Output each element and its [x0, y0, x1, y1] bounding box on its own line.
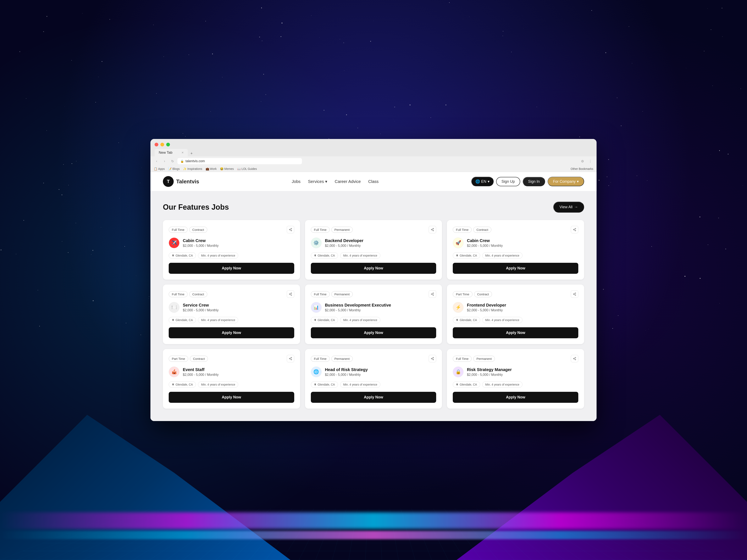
job-salary: $2,000 - 5,000 / Monthly: [325, 373, 368, 377]
job-location: Glendale, CA: [453, 317, 480, 323]
forward-button[interactable]: ›: [162, 158, 168, 164]
apply-now-button[interactable]: Apply Now: [453, 392, 578, 403]
job-experience: Min. 4 years of experience: [482, 317, 522, 323]
signup-button[interactable]: Sign Up: [496, 177, 520, 186]
apply-now-button[interactable]: Apply Now: [169, 392, 294, 403]
apply-now-button[interactable]: Apply Now: [453, 327, 578, 338]
signin-button[interactable]: Sign In: [523, 177, 545, 186]
svg-point-26: [573, 294, 574, 295]
share-button[interactable]: [287, 355, 294, 362]
inspirations-icon: ✨: [183, 167, 186, 170]
tags-left: Full Time Contract: [169, 291, 207, 297]
apply-now-button[interactable]: Apply Now: [311, 263, 436, 274]
nav-class[interactable]: Class: [368, 179, 379, 184]
share-button[interactable]: [429, 355, 436, 362]
back-button[interactable]: ‹: [154, 158, 160, 164]
main-content: Our Features Jobs View All → Full Time C…: [150, 191, 597, 421]
share-button[interactable]: [287, 226, 294, 233]
share-button[interactable]: [429, 226, 436, 233]
company-logo: 📊: [311, 302, 321, 313]
menu-button[interactable]: ⋮: [587, 158, 593, 164]
share-button[interactable]: [571, 226, 578, 233]
job-type-tag: Full Time: [169, 291, 187, 297]
bookmark-lol-guides[interactable]: 📖 LOL Guides: [237, 167, 257, 170]
job-info: 📊 Business Development Executive $2,000 …: [311, 302, 436, 313]
apply-now-button[interactable]: Apply Now: [169, 263, 294, 274]
share-button[interactable]: [287, 290, 294, 298]
job-contract-tag: Permanent: [331, 227, 353, 233]
share-button[interactable]: [571, 290, 578, 298]
lol-guides-icon: 📖: [237, 167, 241, 170]
svg-line-28: [574, 294, 575, 295]
job-experience: Min. 4 years of experience: [340, 381, 380, 388]
job-title: Service Crew: [183, 303, 219, 308]
company-logo: 🎪: [169, 367, 179, 377]
nav-services[interactable]: Services ▾: [308, 179, 327, 184]
view-all-button[interactable]: View All →: [553, 202, 584, 213]
close-tab-icon[interactable]: ×: [182, 151, 184, 155]
card-tags: Full Time Permanent: [311, 226, 436, 233]
glow-lines-1: [0, 512, 747, 529]
section-header: Our Features Jobs View All →: [163, 202, 584, 213]
close-button[interactable]: [155, 143, 158, 146]
job-meta: Glendale, CA Min. 4 years of experience: [453, 252, 578, 259]
job-title: Risk Strategy Manager: [467, 367, 512, 372]
job-meta: Glendale, CA Min. 4 years of experience: [169, 252, 294, 259]
card-tags: Full Time Permanent: [311, 355, 436, 362]
company-logo: 🌐: [311, 367, 321, 377]
extensions-button[interactable]: ⚙: [579, 158, 585, 164]
job-type-tag: Full Time: [453, 356, 472, 362]
apply-now-button[interactable]: Apply Now: [453, 263, 578, 274]
job-salary: $2,000 - 5,000 / Monthly: [467, 309, 506, 312]
work-label: Work: [210, 167, 216, 170]
job-contract-tag: Contract: [474, 291, 492, 297]
maximize-button[interactable]: [166, 143, 170, 146]
chevron-down-icon: ▾: [325, 179, 327, 184]
language-selector[interactable]: 🌐 EN ▾: [471, 177, 494, 186]
share-button[interactable]: [571, 355, 578, 362]
bookmark-apps[interactable]: 📋 Apps: [154, 167, 165, 170]
job-meta: Glendale, CA Min. 4 years of experience: [453, 381, 578, 388]
job-info: 🌐 Head of Risk Strategy $2,000 - 5,000 /…: [311, 367, 436, 377]
apply-now-button[interactable]: Apply Now: [311, 392, 436, 403]
other-bookmarks-label: Other Bookmarks: [571, 167, 593, 170]
browser-tab[interactable]: New Tab ×: [155, 149, 188, 156]
job-location: Glendale, CA: [311, 252, 338, 259]
job-title: Business Development Executive: [325, 303, 391, 308]
minimize-button[interactable]: [160, 143, 164, 146]
apply-now-button[interactable]: Apply Now: [311, 327, 436, 338]
svg-point-10: [575, 228, 576, 229]
job-details: Frontend Developer $2,000 - 5,000 / Mont…: [467, 303, 506, 312]
job-details: Risk Strategy Manager $2,000 - 5,000 / M…: [467, 367, 512, 377]
reload-button[interactable]: ↻: [170, 158, 175, 164]
bookmark-other[interactable]: Other Bookmarks: [571, 167, 593, 170]
job-meta: Glendale, CA Min. 4 years of experience: [453, 317, 578, 323]
nav-career-advice[interactable]: Career Advice: [335, 179, 361, 184]
job-type-tag: Full Time: [311, 356, 330, 362]
bookmark-memes[interactable]: 😂 Memes: [220, 167, 234, 170]
bookmark-blogs[interactable]: 📝 Blogs: [168, 167, 180, 170]
new-tab-button[interactable]: +: [189, 151, 195, 156]
site-logo[interactable]: T Talentvis: [163, 176, 199, 187]
address-bar[interactable]: 🔒 talentvis.com: [177, 158, 302, 164]
company-chevron-icon: ▾: [577, 179, 579, 184]
job-details: Event Staff $2,000 - 5,000 / Monthly: [183, 367, 219, 377]
job-location: Glendale, CA: [453, 381, 480, 388]
share-button[interactable]: [429, 290, 436, 298]
job-contract-tag: Contract: [189, 227, 207, 233]
for-company-button[interactable]: For Company ▾: [548, 177, 584, 186]
job-info: 🚀 Cabin Crew $2,000 - 5,000 / Monthly: [453, 238, 578, 248]
nav-jobs[interactable]: Jobs: [292, 179, 301, 184]
job-card-9: Full Time Permanent 🔒 Risk Strategy Mana…: [447, 349, 584, 408]
job-info: ✈️ Cabin Crew $2,000 - 5,000 / Monthly: [169, 238, 294, 248]
svg-point-41: [573, 358, 574, 359]
job-type-tag: Full Time: [311, 291, 330, 297]
bookmark-inspirations[interactable]: ✨ Inspirations: [183, 167, 202, 170]
svg-line-4: [290, 229, 291, 230]
job-salary: $2,000 - 5,000 / Monthly: [183, 244, 219, 248]
apply-now-button[interactable]: Apply Now: [169, 327, 294, 338]
svg-line-13: [574, 230, 575, 231]
bookmark-work[interactable]: 💼 Work: [206, 167, 216, 170]
job-details: Backend Developer $2,000 - 5,000 / Month…: [325, 238, 364, 248]
job-title: Backend Developer: [325, 238, 364, 243]
